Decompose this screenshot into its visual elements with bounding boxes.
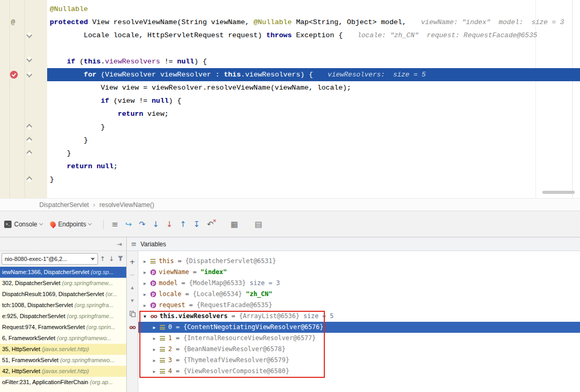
grid-view-icon[interactable]: ▦: [227, 220, 241, 229]
frame-row[interactable]: 35, HttpServlet (javax.servlet.http): [0, 344, 126, 355]
code-line[interactable]: @Nullable: [47, 3, 580, 16]
tab-endpoints[interactable]: Endpoints: [50, 221, 92, 228]
fold-end-icon[interactable]: [26, 124, 32, 130]
variable-row[interactable]: ▸3 = {ThymeleafViewResolver@6579}: [138, 355, 580, 366]
tab-console[interactable]: >_ Console: [4, 221, 43, 228]
execution-line[interactable]: for (ViewResolver viewResolver : this.vi…: [47, 68, 580, 81]
variable-string-value: "zh_CN": [242, 290, 272, 298]
chevron-down-icon[interactable]: ▾: [144, 311, 150, 322]
variable-row[interactable]: ▸this = {DispatcherServlet@6531}: [138, 256, 580, 267]
code-line[interactable]: [47, 42, 580, 55]
step-into-icon[interactable]: ↓: [149, 220, 162, 229]
code-line[interactable]: if (this.viewResolvers != null) {: [47, 55, 580, 68]
variable-value: {Locale@6534}: [193, 290, 242, 298]
frame-row[interactable]: 302, DispatcherServlet (org.springframew…: [0, 278, 126, 289]
frame-location: 51, FrameworkServlet: [2, 357, 60, 363]
duplicate-watch-icon[interactable]: [128, 310, 137, 318]
chevron-right-icon[interactable]: ▸: [144, 267, 150, 278]
frame-location: tch:1008, DispatcherServlet: [2, 302, 74, 308]
frame-row[interactable]: 51, FrameworkServlet (org.springframewo.…: [0, 355, 126, 366]
scroll-down-icon[interactable]: ▼: [128, 297, 137, 305]
variables-options-icon[interactable]: ≡: [131, 240, 137, 248]
frame-location: e:925, DispatcherServlet: [2, 313, 67, 319]
code-line[interactable]: }: [47, 121, 580, 134]
chevron-right-icon[interactable]: ▸: [144, 256, 150, 267]
fold-end-icon[interactable]: [26, 137, 32, 144]
previous-frame-icon[interactable]: ↑: [98, 255, 107, 263]
filter-frames-icon[interactable]: [116, 255, 125, 263]
editor-horizontal-scrollbar-thumb[interactable]: [542, 191, 575, 194]
run-to-cursor-icon[interactable]: ↧: [190, 220, 203, 229]
variable-row[interactable]: ▸pviewName = "index": [138, 267, 580, 278]
code-line[interactable]: }: [47, 147, 580, 160]
code-line[interactable]: Locale locale, HttpServletRequest reques…: [47, 29, 580, 42]
code-line[interactable]: return view;: [47, 107, 580, 121]
console-icon: >_: [4, 221, 12, 228]
value-icon: [150, 258, 156, 265]
breadcrumb-class[interactable]: DispatcherServlet: [39, 201, 89, 209]
fold-expanded-icon[interactable]: [26, 72, 32, 78]
breakpoint-verified-icon[interactable]: [9, 70, 18, 79]
code-line[interactable]: }: [47, 134, 580, 147]
show-watches-glasses-icon[interactable]: oo: [128, 323, 137, 331]
frame-row[interactable]: oFilter:231, ApplicationFilterChain (org…: [0, 377, 126, 388]
fold-expanded-icon[interactable]: [26, 57, 32, 63]
variable-row[interactable]: ▸0 = {ContentNegotiatingViewResolver@657…: [138, 322, 580, 333]
variable-row[interactable]: ▸1 = {InternalResourceViewResolver@6577}: [138, 333, 580, 344]
fold-expanded-icon[interactable]: [26, 32, 32, 39]
frame-row[interactable]: 42, HttpServlet (javax.servlet.http): [0, 366, 126, 377]
restore-layout-icon[interactable]: ⇥: [117, 241, 122, 248]
step-over-icon[interactable]: ↷: [135, 220, 149, 229]
chevron-right-icon[interactable]: ▸: [153, 333, 160, 344]
inline-debug-hint: viewName: "index" model: size = 3: [421, 18, 564, 26]
view-options-icon[interactable]: ≡: [108, 220, 122, 229]
code-line[interactable]: protected View resolveViewName(String vi…: [47, 16, 580, 29]
frame-package: (org.springfra...: [74, 302, 114, 308]
chevron-right-icon[interactable]: ▸: [144, 300, 150, 311]
scroll-up-icon[interactable]: ▲: [128, 284, 137, 292]
variables-title: Variables: [140, 241, 166, 248]
frame-row[interactable]: DispatchResult:1069, DispatcherServlet (…: [0, 289, 126, 300]
frame-package: (javax.servlet.http): [42, 346, 89, 352]
remove-watch-icon[interactable]: −: [128, 270, 137, 279]
variable-row[interactable]: ▸plocale = {Locale@6534} "zh_CN": [138, 289, 580, 300]
step-out-icon[interactable]: ↑: [176, 220, 190, 229]
chevron-right-icon[interactable]: ▸: [153, 355, 160, 366]
frame-row[interactable]: e:925, DispatcherServlet (org.springfram…: [0, 311, 126, 322]
code-line[interactable]: return null;: [47, 160, 580, 173]
code-token: [50, 58, 67, 66]
fold-end-icon[interactable]: [26, 150, 32, 157]
frame-row[interactable]: iewName:1366, DispatcherServlet (org.sp.…: [0, 267, 126, 278]
frame-row[interactable]: 6, FrameworkServlet (org.springframewo..…: [0, 333, 126, 344]
variable-row[interactable]: ▾oothis.viewResolvers = {ArrayList@6536}…: [138, 311, 580, 322]
next-frame-icon[interactable]: ↓: [107, 255, 116, 263]
chevron-right-icon[interactable]: ▸: [144, 289, 150, 300]
breadcrumb-method[interactable]: resolveViewName(): [100, 201, 154, 209]
debug-panels: ⇥ nio-8080-exec-1"@6,2... ↑ ↓ iewName:13…: [0, 237, 580, 392]
variable-row[interactable]: ▸prequest = {RequestFacade@6535}: [138, 300, 580, 311]
code-line[interactable]: }: [47, 173, 580, 186]
variable-row[interactable]: ▸pmodel = {ModelMap@6533} size = 3: [138, 278, 580, 289]
show-execution-point-icon[interactable]: ↪: [122, 220, 135, 229]
thread-selector-dropdown[interactable]: nio-8080-exec-1"@6,2...: [2, 253, 98, 265]
equals-sign: =: [174, 257, 185, 265]
drop-frame-icon[interactable]: ↶×: [203, 220, 217, 229]
force-step-into-icon[interactable]: ↓: [162, 220, 176, 229]
add-watch-icon[interactable]: +: [128, 257, 137, 266]
code-line[interactable]: View view = viewResolver.resolveViewName…: [47, 81, 580, 94]
code-pane[interactable]: @Nullableprotected View resolveViewName(…: [47, 0, 580, 198]
code-token: View view = viewResolver.resolveViewName…: [50, 84, 351, 92]
frame-row[interactable]: tch:1008, DispatcherServlet (org.springf…: [0, 300, 126, 311]
variable-row[interactable]: ▸4 = {ViewResolverComposite@6580}: [138, 366, 580, 377]
chevron-right-icon[interactable]: ▸: [153, 366, 160, 377]
code-line[interactable]: if (view != null) {: [47, 94, 580, 107]
chevron-right-icon[interactable]: ▸: [144, 278, 150, 289]
fold-end-icon[interactable]: [26, 177, 32, 183]
list-view-icon[interactable]: ▤: [251, 220, 265, 229]
variables-panel: ≡ Variables + − ▲ ▼ oo ▸this = {Dispatch…: [127, 237, 580, 392]
frame-row[interactable]: Request:974, FrameworkServlet (org.sprin…: [0, 322, 126, 333]
variable-row[interactable]: ▸2 = {BeanNameViewResolver@6578}: [138, 344, 580, 355]
chevron-right-icon[interactable]: ▸: [153, 322, 160, 333]
chevron-right-icon[interactable]: ▸: [153, 344, 160, 355]
code-token: }: [50, 123, 105, 131]
